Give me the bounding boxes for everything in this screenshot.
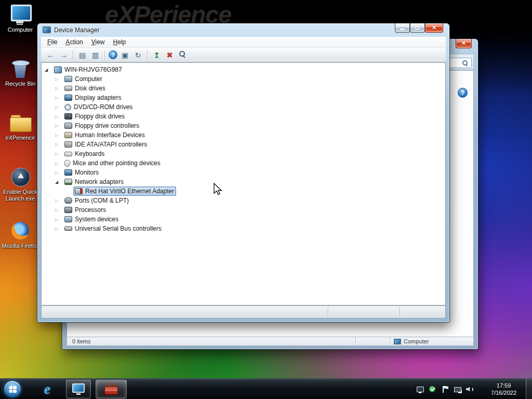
tree-item[interactable]: ▷ IDE ATA/ATAPI controllers <box>42 140 445 149</box>
console-tree-icon[interactable]: ▤ <box>77 49 88 60</box>
menu-file[interactable]: File <box>43 37 61 47</box>
taskbar-item-internet-explorer[interactable]: e <box>36 380 58 398</box>
help-button[interactable]: ? <box>458 88 468 98</box>
firefox-icon <box>9 220 32 241</box>
expander-icon[interactable]: ▷ <box>55 105 63 110</box>
ide-controller-icon <box>64 141 72 148</box>
internet-explorer-icon: e <box>44 382 50 396</box>
network-adapter-icon <box>75 188 83 194</box>
explorer-close-button[interactable]: ✕ <box>456 39 472 48</box>
processor-icon <box>64 207 72 213</box>
maximize-button[interactable] <box>410 23 425 33</box>
uninstall-icon[interactable]: ✖ <box>164 49 175 60</box>
display-adapter-icon <box>64 95 72 101</box>
flag-tray-icon[interactable] <box>441 385 449 393</box>
menu-help[interactable]: Help <box>109 37 130 47</box>
properties-icon[interactable]: ▥ <box>90 49 101 60</box>
computer-icon[interactable]: ▣ <box>119 49 130 60</box>
expander-icon[interactable]: ◢ <box>45 68 52 72</box>
tree-item[interactable]: ▷ Human Interface Devices <box>42 130 445 140</box>
desktop-icon-firefox[interactable]: Mozilla Firefox <box>2 220 39 274</box>
tree-item[interactable]: ▷ Keyboards <box>42 149 445 158</box>
desktop-icon-computer[interactable]: Computer <box>2 4 39 58</box>
close-icon: ✕ <box>432 25 436 31</box>
expander-icon[interactable]: ▷ <box>55 161 63 166</box>
taskbar-item-device-manager[interactable] <box>96 380 127 398</box>
security-tray-icon[interactable] <box>429 385 436 393</box>
scan-icon[interactable] <box>177 49 188 60</box>
tree-item[interactable]: ▷ Processors <box>42 205 445 215</box>
toolbox-icon <box>104 387 118 395</box>
forward-icon[interactable]: → <box>58 49 69 60</box>
tree-item[interactable]: ◢ Network adapters <box>42 177 445 187</box>
tree-item[interactable]: ▷ System devices <box>42 215 445 224</box>
disk-drive-icon <box>64 86 72 91</box>
tree-item[interactable]: ▷ Universal Serial Bus controllers <box>42 224 445 233</box>
refresh-icon[interactable]: ↻ <box>132 49 143 60</box>
keyboard-icon <box>64 152 72 156</box>
tree-item[interactable]: ▷ Display adapters <box>42 93 445 102</box>
explorer-status-bar: 0 items Computer <box>66 337 474 346</box>
tree-item-selected[interactable]: Red Hat VirtIO Ethernet Adapter <box>42 187 445 196</box>
toolbar-separator <box>147 50 148 60</box>
minimize-button[interactable] <box>395 23 410 33</box>
tree-item[interactable]: ▷ Ports (COM & LPT) <box>42 196 445 205</box>
update-driver-icon[interactable]: ↥ <box>151 49 162 60</box>
desktop-icon-experience-folder[interactable]: eXPerience <box>2 112 39 166</box>
windows-flag-icon <box>9 385 17 393</box>
search-icon <box>462 60 469 66</box>
ports-icon <box>64 197 72 204</box>
expander-icon[interactable]: ◢ <box>55 180 63 184</box>
desktop-icon-recycle-bin[interactable]: Recycle Bin <box>2 58 39 112</box>
expander-icon[interactable]: ▷ <box>55 152 63 156</box>
volume-tray-icon[interactable] <box>466 385 474 393</box>
close-icon: ✕ <box>461 41 466 46</box>
help-icon[interactable]: ? <box>109 50 117 59</box>
expander-icon[interactable]: ▷ <box>55 142 63 147</box>
desktop-icon-quick-launch[interactable]: Enable Quick Launch.exe <box>2 166 39 220</box>
tree-item[interactable]: ▷ DVD/CD-ROM drives <box>42 102 445 112</box>
tree-item[interactable]: ▷ Floppy drive controllers <box>42 121 445 130</box>
back-icon[interactable]: ← <box>45 49 56 60</box>
expander-icon[interactable]: ▷ <box>55 227 63 231</box>
expander-icon[interactable]: ▷ <box>55 124 63 128</box>
tree-item[interactable]: ◢ WIN-RHJVG76G987 <box>42 65 445 74</box>
taskbar-item-computer-management[interactable] <box>66 380 91 398</box>
expander-icon[interactable]: ▷ <box>55 114 63 119</box>
toolbar-separator <box>104 50 105 60</box>
tree-item[interactable]: ▷ Mice and other pointing devices <box>42 158 445 168</box>
status-separator <box>355 338 356 345</box>
expander-icon[interactable]: ▷ <box>55 198 63 203</box>
status-bar <box>41 305 446 318</box>
desktop-icons: Computer Recycle Bin eXPerience Enable Q… <box>2 4 39 274</box>
clock-time: 17:59 <box>491 382 516 389</box>
minimize-icon <box>400 29 405 30</box>
device-tree: ◢ WIN-RHJVG76G987 ▷ Computer ▷ Disk driv… <box>42 65 445 233</box>
menu-view[interactable]: View <box>87 37 109 47</box>
floppy-drive-icon <box>64 113 72 119</box>
window-title: Device Manager <box>54 26 99 34</box>
expander-icon[interactable]: ▷ <box>55 217 63 222</box>
expander-icon[interactable]: ▷ <box>55 133 63 138</box>
expander-icon[interactable]: ▷ <box>55 170 63 175</box>
tree-item[interactable]: ▷ Floppy disk drives <box>42 112 445 121</box>
taskbar-clock[interactable]: 17:59 7/16/2022 <box>491 382 516 396</box>
device-tree-pane: ◢ WIN-RHJVG76G987 ▷ Computer ▷ Disk driv… <box>41 62 446 305</box>
system-device-icon <box>64 76 72 82</box>
expander-icon[interactable]: ▷ <box>55 77 63 82</box>
close-button[interactable]: ✕ <box>425 23 443 33</box>
recycle-bin-icon <box>9 58 32 79</box>
title-bar[interactable]: Device Manager <box>37 23 449 37</box>
expander-icon[interactable]: ▷ <box>55 86 63 91</box>
tree-item[interactable]: ▷ Monitors <box>42 168 445 177</box>
expander-icon[interactable]: ▷ <box>55 96 63 100</box>
menu-action[interactable]: Action <box>61 37 87 47</box>
start-button[interactable] <box>4 380 21 398</box>
tree-item[interactable]: ▷ Computer <box>42 74 445 84</box>
computer-icon <box>9 4 32 25</box>
device-tray-icon[interactable] <box>416 385 424 393</box>
network-tray-icon[interactable] <box>454 385 461 393</box>
show-desktop-button[interactable] <box>526 379 532 399</box>
expander-icon[interactable]: ▷ <box>55 208 63 212</box>
tree-item[interactable]: ▷ Disk drives <box>42 84 445 93</box>
